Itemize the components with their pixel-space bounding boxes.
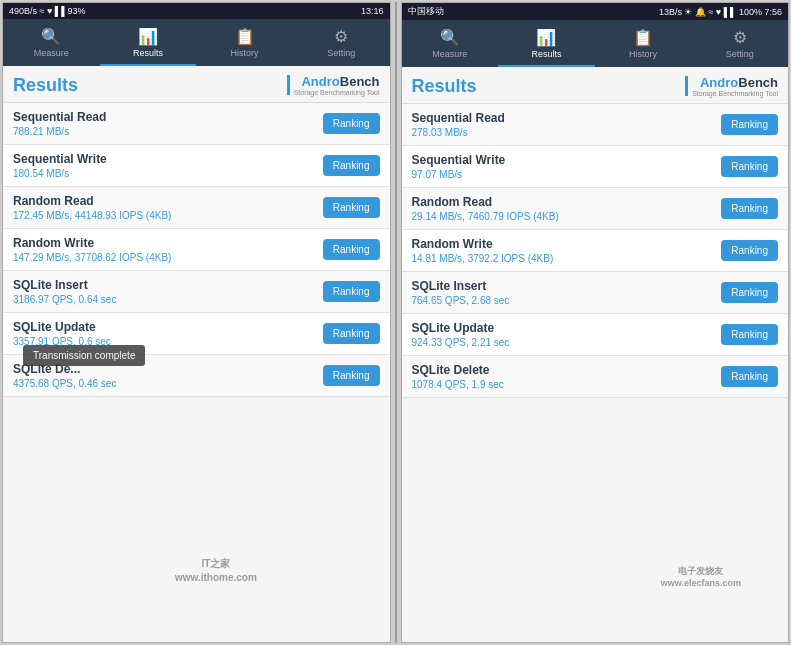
ranking-button[interactable]: Ranking: [323, 281, 380, 302]
benchmark-info: Sequential Write 180.54 MB/s: [13, 152, 323, 179]
benchmark-value: 3186.97 QPS, 0.64 sec: [13, 294, 323, 305]
benchmark-info: SQLite Update 3357.91 QPS, 0.6 sec: [13, 320, 323, 347]
right-tab-setting[interactable]: ⚙ Setting: [691, 24, 788, 67]
left-results-header: Results AndroBench Storage Benchmarking …: [3, 66, 390, 102]
benchmark-value: 924.33 QPS, 2.21 sec: [412, 337, 722, 348]
phone-divider: [395, 2, 397, 643]
benchmark-name: SQLite Insert: [412, 279, 722, 293]
ranking-button[interactable]: Ranking: [721, 366, 778, 387]
benchmark-info: Sequential Write 97.07 MB/s: [412, 153, 722, 180]
benchmark-value: 97.07 MB/s: [412, 169, 722, 180]
right-status-left: 中国移动: [408, 5, 444, 18]
right-logo-sub: Storage Benchmarking Tool: [692, 90, 778, 97]
benchmark-info: SQLite Insert 3186.97 QPS, 0.64 sec: [13, 278, 323, 305]
benchmark-name: Sequential Read: [412, 111, 722, 125]
setting-label: Setting: [327, 48, 355, 58]
setting-icon: ⚙: [733, 28, 747, 47]
ranking-button[interactable]: Ranking: [721, 324, 778, 345]
benchmark-name: Random Write: [412, 237, 722, 251]
benchmark-name: Random Read: [13, 194, 323, 208]
left-logo-sub: Storage Benchmarking Tool: [294, 89, 380, 96]
benchmark-info: Sequential Read 788.21 MB/s: [13, 110, 323, 137]
ranking-button[interactable]: Ranking: [323, 113, 380, 134]
left-tab-setting[interactable]: ⚙ Setting: [293, 23, 390, 66]
benchmark-value: 29.14 MB/s, 7460.79 IOPS (4KB): [412, 211, 722, 222]
ranking-button[interactable]: Ranking: [323, 155, 380, 176]
table-row: Sequential Read 788.21 MB/s Ranking: [3, 103, 390, 145]
table-row: Random Read 172.45 MB/s, 44148.93 IOPS (…: [3, 187, 390, 229]
benchmark-value: 4375.68 QPS, 0.46 sec: [13, 378, 323, 389]
table-row: Random Write 14.81 MB/s, 3792.2 IOPS (4K…: [402, 230, 789, 272]
benchmark-value: 180.54 MB/s: [13, 168, 323, 179]
right-phone: 中国移动 13B/s ☀ 🔔 ≈ ♥ ▌▌ 100% 7:56 🔍 Measur…: [401, 2, 790, 643]
history-icon: 📋: [235, 27, 255, 46]
right-tab-history[interactable]: 📋 History: [595, 24, 692, 67]
right-androbench-logo: AndroBench Storage Benchmarking Tool: [692, 75, 778, 97]
benchmark-info: Random Write 147.29 MB/s, 37708.62 IOPS …: [13, 236, 323, 263]
table-row: SQLite De... 4375.68 QPS, 0.46 sec Ranki…: [3, 355, 390, 397]
ranking-button[interactable]: Ranking: [721, 282, 778, 303]
benchmark-info: SQLite De... 4375.68 QPS, 0.46 sec: [13, 362, 323, 389]
left-tab-history[interactable]: 📋 History: [196, 23, 293, 66]
left-tab-results[interactable]: 📊 Results: [100, 23, 197, 66]
left-benchmark-list: Sequential Read 788.21 MB/s Ranking Sequ…: [3, 102, 390, 397]
ranking-button[interactable]: Ranking: [323, 323, 380, 344]
left-status-time: 13:16: [361, 6, 384, 16]
left-content: Results AndroBench Storage Benchmarking …: [3, 66, 390, 642]
right-results-header: Results AndroBench Storage Benchmarking …: [402, 67, 789, 103]
ranking-button[interactable]: Ranking: [721, 114, 778, 135]
benchmark-name: SQLite Update: [412, 321, 722, 335]
measure-label: Measure: [432, 49, 467, 59]
toast-notification: Transmission complete: [23, 345, 145, 366]
right-status-right: 13B/s ☀ 🔔 ≈ ♥ ▌▌ 100% 7:56: [659, 7, 782, 17]
results-label: Results: [531, 49, 561, 59]
right-results-title: Results: [412, 76, 477, 97]
right-nav-tabs: 🔍 Measure 📊 Results 📋 History ⚙ Setting: [402, 20, 789, 67]
right-content: Results AndroBench Storage Benchmarking …: [402, 67, 789, 642]
ranking-button[interactable]: Ranking: [323, 197, 380, 218]
table-row: Sequential Read 278.03 MB/s Ranking: [402, 104, 789, 146]
ranking-button[interactable]: Ranking: [721, 198, 778, 219]
table-row: Sequential Write 97.07 MB/s Ranking: [402, 146, 789, 188]
right-logo-row: AndroBench Storage Benchmarking Tool: [685, 75, 778, 97]
results-label: Results: [133, 48, 163, 58]
benchmark-value: 147.29 MB/s, 37708.62 IOPS (4KB): [13, 252, 323, 263]
left-status-left: 490B/s ≈ ♥ ▌▌93%: [9, 6, 86, 16]
benchmark-name: Random Read: [412, 195, 722, 209]
history-label: History: [629, 49, 657, 59]
left-phone: 490B/s ≈ ♥ ▌▌93% 13:16 🔍 Measure 📊 Resul…: [2, 2, 391, 643]
benchmark-info: Random Write 14.81 MB/s, 3792.2 IOPS (4K…: [412, 237, 722, 264]
benchmark-info: SQLite Delete 1078.4 QPS, 1.9 sec: [412, 363, 722, 390]
ranking-button[interactable]: Ranking: [323, 239, 380, 260]
left-tab-measure[interactable]: 🔍 Measure: [3, 23, 100, 66]
table-row: SQLite Insert 764.65 QPS, 2.68 sec Ranki…: [402, 272, 789, 314]
benchmark-name: Sequential Write: [13, 152, 323, 166]
ranking-button[interactable]: Ranking: [323, 365, 380, 386]
results-icon: 📊: [138, 27, 158, 46]
setting-label: Setting: [726, 49, 754, 59]
benchmark-name: Sequential Read: [13, 110, 323, 124]
left-results-title: Results: [13, 75, 78, 96]
table-row: SQLite Insert 3186.97 QPS, 0.64 sec Rank…: [3, 271, 390, 313]
right-tab-results[interactable]: 📊 Results: [498, 24, 595, 67]
benchmark-value: 764.65 QPS, 2.68 sec: [412, 295, 722, 306]
benchmark-name: SQLite Update: [13, 320, 323, 334]
benchmark-value: 172.45 MB/s, 44148.93 IOPS (4KB): [13, 210, 323, 221]
benchmark-info: Sequential Read 278.03 MB/s: [412, 111, 722, 138]
table-row: SQLite Delete 1078.4 QPS, 1.9 sec Rankin…: [402, 356, 789, 398]
setting-icon: ⚙: [334, 27, 348, 46]
benchmark-info: Random Read 172.45 MB/s, 44148.93 IOPS (…: [13, 194, 323, 221]
left-logo-text: AndroBench: [301, 74, 379, 89]
ranking-button[interactable]: Ranking: [721, 156, 778, 177]
benchmark-value: 278.03 MB/s: [412, 127, 722, 138]
ranking-button[interactable]: Ranking: [721, 240, 778, 261]
benchmark-info: Random Read 29.14 MB/s, 7460.79 IOPS (4K…: [412, 195, 722, 222]
measure-label: Measure: [34, 48, 69, 58]
table-row: SQLite Update 924.33 QPS, 2.21 sec Ranki…: [402, 314, 789, 356]
right-logo-bar: [685, 76, 688, 96]
left-nav-tabs: 🔍 Measure 📊 Results 📋 History ⚙ Setting: [3, 19, 390, 66]
right-status-bar: 中国移动 13B/s ☀ 🔔 ≈ ♥ ▌▌ 100% 7:56: [402, 3, 789, 20]
right-tab-measure[interactable]: 🔍 Measure: [402, 24, 499, 67]
measure-icon: 🔍: [41, 27, 61, 46]
benchmark-value: 788.21 MB/s: [13, 126, 323, 137]
